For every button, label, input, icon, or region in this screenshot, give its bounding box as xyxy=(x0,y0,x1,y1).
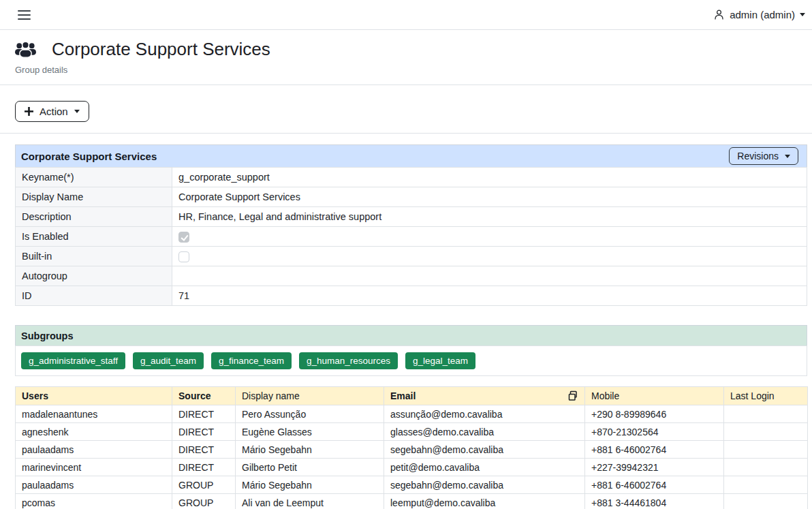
subgroups-panel-header: Subgroups xyxy=(15,325,807,345)
detail-row-value: Corporate Support Services xyxy=(172,187,807,207)
cell-username: marinevincent xyxy=(16,459,172,476)
plus-icon xyxy=(25,107,33,116)
page-subtitle: Group details xyxy=(15,65,797,75)
checkbox-checked xyxy=(178,232,189,243)
cell-username: madalenaantunes xyxy=(16,405,172,423)
action-dropdown-button[interactable]: Action xyxy=(15,101,89,122)
cell-source: DIRECT xyxy=(172,423,236,441)
subgroups-badges-row: g_administrative_staff g_audit_team g_fi… xyxy=(15,345,807,376)
subgroup-badge[interactable]: g_administrative_staff xyxy=(21,352,125,369)
detail-row-value xyxy=(172,266,807,286)
group-users-icon xyxy=(15,41,36,59)
cell-mobile: +881 3-44461804 xyxy=(585,494,724,509)
cell-username: paulaadams xyxy=(16,476,172,494)
cell-display-name: Gilberto Petit xyxy=(236,459,384,476)
detail-row: ID 71 xyxy=(16,286,807,306)
cell-mobile: +290 8-89989646 xyxy=(585,405,724,423)
page-head: Corporate Support Services Group details xyxy=(0,30,812,75)
divider xyxy=(0,133,812,134)
detail-row: Keyname(*) g_corporate_support xyxy=(16,168,807,187)
cell-last-login xyxy=(724,405,808,423)
chevron-down-icon xyxy=(800,13,805,16)
cell-email: glasses@demo.cavaliba xyxy=(384,423,585,441)
cell-display-name: Eugène Glasses xyxy=(236,423,384,441)
cell-display-name: Mário Segebahn xyxy=(236,441,384,459)
email-column-label: Email xyxy=(390,390,416,401)
hamburger-menu-icon[interactable] xyxy=(16,7,32,22)
subgroup-badge[interactable]: g_human_resources xyxy=(299,352,398,369)
checkbox-unchecked xyxy=(178,251,189,262)
user-row: paulaadams GROUP Mário Segebahn segebahn… xyxy=(16,476,808,494)
revisions-dropdown-button[interactable]: Revisions xyxy=(729,147,798,165)
group-detail-panel-header: Corporate Support Services Revisions xyxy=(15,144,807,167)
cell-email: segebahn@demo.cavaliba xyxy=(384,476,585,494)
cell-source: DIRECT xyxy=(172,441,236,459)
user-menu[interactable]: admin (admin) xyxy=(713,9,805,20)
group-detail-table: Keyname(*) g_corporate_support Display N… xyxy=(15,167,807,306)
cell-last-login xyxy=(724,494,808,509)
user-row: madalenaantunes DIRECT Pero Assunção ass… xyxy=(16,405,808,423)
cell-mobile: +227-39942321 xyxy=(585,459,724,476)
detail-row-value: g_corporate_support xyxy=(172,168,807,187)
cell-last-login xyxy=(724,476,808,494)
action-button-label: Action xyxy=(40,106,68,117)
user-row: agneshenk DIRECT Eugène Glasses glasses@… xyxy=(16,423,808,441)
person-icon xyxy=(713,9,725,20)
subgroup-badge[interactable]: g_finance_team xyxy=(211,352,292,369)
subgroup-badge[interactable]: g_legal_team xyxy=(405,352,475,369)
detail-row-value: HR, Finance, Legal and administrative su… xyxy=(172,207,807,227)
subgroup-badge[interactable]: g_audit_team xyxy=(133,352,204,369)
cell-email: petit@demo.cavaliba xyxy=(384,459,585,476)
cell-last-login xyxy=(724,441,808,459)
detail-row-label: Display Name xyxy=(16,187,172,207)
detail-row: Built-in xyxy=(16,247,807,266)
users-column-header: Users xyxy=(16,387,172,405)
email-column-header: Email xyxy=(384,387,585,405)
cell-display-name: Pero Assunção xyxy=(236,405,384,423)
detail-row: Is Enabled xyxy=(16,227,807,247)
cell-source: DIRECT xyxy=(172,405,236,423)
revisions-button-label: Revisions xyxy=(737,151,779,161)
cell-email: assunção@demo.cavaliba xyxy=(384,405,585,423)
display-name-column-header: Display name xyxy=(236,387,384,405)
detail-row: Description HR, Finance, Legal and admin… xyxy=(16,207,807,227)
users-table-header-row: Users Source Display name Email Mo xyxy=(16,387,808,405)
source-column-header: Source xyxy=(172,387,236,405)
panel-title: Corporate Support Services xyxy=(21,151,157,162)
chevron-down-icon xyxy=(74,110,80,113)
action-bar: Action xyxy=(0,85,812,133)
subgroups-panel: Subgroups g_administrative_staff g_audit… xyxy=(15,325,807,376)
cell-email: segebahn@demo.cavaliba xyxy=(384,441,585,459)
cell-source: GROUP xyxy=(172,494,236,509)
copy-icon[interactable] xyxy=(567,390,578,401)
detail-row: Autogroup xyxy=(16,266,807,286)
cell-mobile: +881 6-46002764 xyxy=(585,441,724,459)
detail-row: Display Name Corporate Support Services xyxy=(16,187,807,207)
detail-row-label: ID xyxy=(16,286,172,306)
detail-row-label: Description xyxy=(16,207,172,227)
cell-username: pcomas xyxy=(16,494,172,509)
chevron-down-icon xyxy=(785,155,790,158)
subgroups-title: Subgroups xyxy=(21,330,74,341)
cell-username: agneshenk xyxy=(16,423,172,441)
detail-row-value xyxy=(172,227,807,247)
page-title: Corporate Support Services xyxy=(52,39,270,60)
cell-mobile: +881 6-46002764 xyxy=(585,476,724,494)
cell-last-login xyxy=(724,423,808,441)
detail-row-value xyxy=(172,247,807,266)
detail-row-label: Built-in xyxy=(16,247,172,266)
cell-display-name: Mário Segebahn xyxy=(236,476,384,494)
user-row: paulaadams DIRECT Mário Segebahn segebah… xyxy=(16,441,808,459)
detail-row-label: Keyname(*) xyxy=(16,168,172,187)
last-login-column-header: Last Login xyxy=(724,387,808,405)
user-row: pcomas GROUP Ali van de Leemput leemput@… xyxy=(16,494,808,509)
users-table: Users Source Display name Email Mo xyxy=(15,386,808,509)
cell-source: DIRECT xyxy=(172,459,236,476)
cell-username: paulaadams xyxy=(16,441,172,459)
cell-last-login xyxy=(724,459,808,476)
mobile-column-header: Mobile xyxy=(585,387,724,405)
user-menu-label: admin (admin) xyxy=(730,9,795,20)
cell-mobile: +870-21302564 xyxy=(585,423,724,441)
group-detail-panel: Corporate Support Services Revisions Key… xyxy=(15,144,807,306)
detail-row-label: Autogroup xyxy=(16,266,172,286)
